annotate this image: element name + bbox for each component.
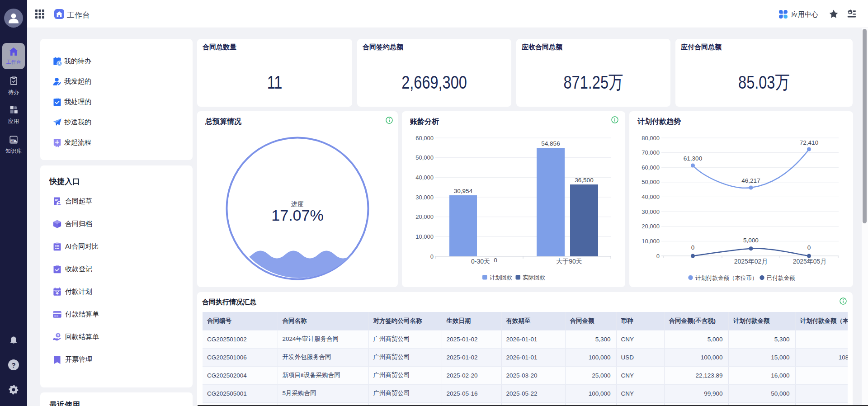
svg-text:30,954: 30,954 [454,188,473,194]
svg-text:46,217: 46,217 [741,177,760,184]
svg-text:70,000: 70,000 [642,149,660,156]
svg-text:50,000: 50,000 [642,179,660,185]
svg-text:17.07%: 17.07% [271,207,323,224]
svg-text:20,000: 20,000 [415,213,434,220]
svg-text:实际回款: 实际回款 [523,274,546,281]
svg-text:10,000: 10,000 [642,238,660,245]
svg-text:2025年05月: 2025年05月 [793,258,827,265]
svg-text:36,500: 36,500 [575,177,593,184]
svg-text:2025年02月: 2025年02月 [734,258,768,265]
svg-text:10,000: 10,000 [415,233,434,240]
svg-text:40,000: 40,000 [642,194,660,200]
svg-text:0: 0 [691,244,695,251]
svg-text:?: ? [11,361,15,369]
svg-text:计划回款: 计划回款 [490,274,513,281]
svg-text:40,000: 40,000 [415,174,434,181]
svg-text:0: 0 [430,253,434,260]
svg-text:30,000: 30,000 [642,208,660,215]
svg-text:¥: ¥ [57,333,59,337]
svg-text:5,000: 5,000 [743,237,759,244]
svg-text:60,000: 60,000 [415,135,434,142]
svg-text:AI: AI [11,140,14,142]
svg-text:72,410: 72,410 [800,139,818,146]
svg-text:54,856: 54,856 [541,140,560,147]
svg-text:0: 0 [494,257,497,264]
svg-text:30,000: 30,000 [415,194,434,201]
svg-text:61,300: 61,300 [684,155,702,162]
svg-text:20,000: 20,000 [642,223,660,230]
svg-text:50,000: 50,000 [415,154,434,161]
svg-text:计划付款金额（本位币）: 计划付款金额（本位币） [695,275,758,281]
svg-text:0: 0 [807,244,811,251]
svg-text:0-30天: 0-30天 [471,258,490,265]
svg-text:大于90天: 大于90天 [556,258,582,265]
svg-text:0: 0 [656,253,660,260]
svg-text:60,000: 60,000 [642,164,660,171]
svg-text:已付款金额: 已付款金额 [767,275,795,281]
svg-text:80,000: 80,000 [642,135,660,142]
